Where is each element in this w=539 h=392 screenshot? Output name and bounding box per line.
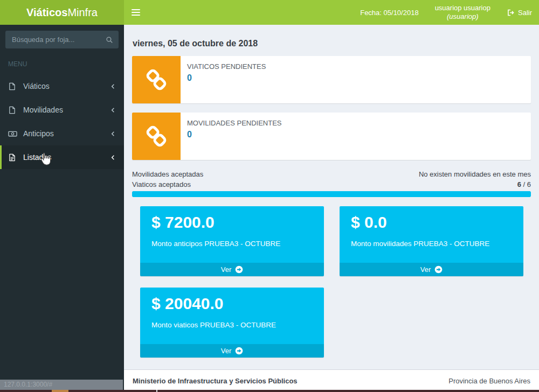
bottom-strip-segment: [52, 390, 68, 392]
search-input[interactable]: [5, 36, 100, 44]
card-description: Monto anticipos PRUEBA3 - OCTUBRE: [151, 240, 313, 248]
search-icon: [106, 36, 113, 44]
view-link-label: Ver: [221, 347, 232, 355]
page-footer: Ministerio de Infraestructura y Servicio…: [124, 369, 539, 392]
card-monto-movilidades: $ 0.0 Monto movilidades PRUEBA3 - OCTUBR…: [340, 206, 523, 276]
footer-ministry: Ministerio de Infraestructura y Servicio…: [133, 377, 298, 385]
chain-link-icon: [132, 113, 181, 160]
angle-left-icon: [110, 131, 116, 137]
card-amount: $ 7200.0: [151, 213, 313, 232]
card-monto-anticipos: $ 7200.0 Monto anticipos PRUEBA3 - OCTUB…: [140, 206, 324, 276]
file-icon: [8, 106, 18, 114]
sidebar-item-anticipos[interactable]: Anticipos: [0, 122, 124, 145]
main-content: viernes, 05 de octubre de 2018 VIATICOS …: [124, 25, 539, 392]
info-box-movilidades-pendientes: MOVILIDADES PENDIENTES 0: [132, 113, 531, 160]
bottom-strip-segment: [156, 390, 157, 392]
angle-left-icon: [110, 155, 116, 160]
user-fullname: usuariop usuariop: [435, 4, 490, 12]
angle-left-icon: [110, 107, 116, 113]
arrow-circle-right-icon: [235, 265, 243, 274]
info-box-value: 0: [187, 130, 282, 139]
sidebar-item-label: Movilidades: [23, 106, 63, 114]
card-description: Monto movilidades PRUEBA3 - OCTUBRE: [351, 240, 512, 248]
menu-section-header: MENU: [0, 53, 124, 74]
app-logo[interactable]: ViáticosMinfra: [0, 0, 124, 25]
hamburger-icon: [132, 15, 140, 16]
sidebar-item-label: Listados: [23, 153, 51, 162]
progress-label: Movilidades aceptadas: [132, 169, 203, 179]
card-view-link[interactable]: Ver: [340, 263, 523, 276]
logout-button[interactable]: Salir: [507, 9, 532, 17]
card-monto-viaticos: $ 20040.0 Monto viaticos PRUEBA3 - OCTUB…: [140, 288, 324, 358]
file-icon: [8, 82, 18, 90]
file-text-icon: [8, 153, 18, 162]
arrow-circle-right-icon: [434, 265, 443, 274]
progress-bar-fill: [132, 191, 531, 197]
card-view-link[interactable]: Ver: [140, 344, 324, 358]
sidebar-search: [5, 31, 119, 48]
progress-row-movilidades: Movilidades aceptadas No existen movilid…: [132, 169, 531, 179]
card-amount: $ 0.0: [351, 213, 512, 232]
view-link-label: Ver: [420, 265, 431, 274]
footer-province: Provincia de Buenos Aires: [448, 377, 530, 385]
progress-status: No existen movilidades en este mes: [419, 169, 531, 179]
progress-row-viaticos: Viaticos aceptados 6 / 6: [132, 179, 531, 190]
info-box-value: 0: [187, 73, 266, 83]
brand-light: Minfra: [67, 6, 98, 19]
hamburger-icon: [132, 9, 140, 10]
sidebar-item-listados[interactable]: Listados: [0, 145, 124, 169]
search-button[interactable]: [100, 31, 119, 48]
sidebar: MENU Viáticos Movilidades: [0, 25, 124, 392]
user-username: (usuariop): [435, 12, 490, 21]
card-description: Monto viaticos PRUEBA3 - OCTUBRE: [151, 321, 313, 329]
top-navbar: ViáticosMinfra Fecha: 05/10/2018 usuario…: [0, 0, 539, 25]
info-box-viaticos-pendientes: VIATICOS PENDIENTES 0: [132, 56, 531, 103]
sidebar-item-viaticos[interactable]: Viáticos: [0, 74, 124, 98]
sidebar-menu: Viáticos Movilidades: [0, 74, 124, 169]
navbar-bar: Fecha: 05/10/2018 usuariop usuariop (usu…: [124, 0, 539, 25]
progress-label: Viaticos aceptados: [132, 179, 191, 190]
current-date-label: Fecha: 05/10/2018: [360, 9, 418, 17]
info-box-label: VIATICOS PENDIENTES: [187, 62, 266, 71]
navbar-right: Fecha: 05/10/2018 usuariop usuariop (usu…: [360, 4, 539, 21]
info-box-label: MOVILIDADES PENDIENTES: [187, 119, 282, 127]
angle-left-icon: [110, 83, 116, 89]
browser-status-bar: 127.0.0.1:3000/#: [0, 380, 123, 390]
chain-link-icon: [132, 56, 181, 103]
card-view-link[interactable]: Ver: [140, 263, 324, 276]
logout-label: Salir: [518, 9, 532, 17]
money-icon: [8, 130, 18, 138]
sidebar-toggle-button[interactable]: [124, 0, 148, 25]
summary-cards: $ 7200.0 Monto anticipos PRUEBA3 - OCTUB…: [140, 206, 531, 358]
hamburger-icon: [132, 12, 140, 13]
brand-bold: Viáticos: [26, 6, 67, 19]
progress-section: Movilidades aceptadas No existen movilid…: [132, 169, 531, 197]
view-link-label: Ver: [221, 265, 232, 274]
sign-out-icon: [507, 9, 515, 17]
sidebar-item-label: Viáticos: [23, 82, 50, 90]
sidebar-item-movilidades[interactable]: Movilidades: [0, 98, 124, 122]
sidebar-item-label: Anticipos: [23, 129, 54, 138]
arrow-circle-right-icon: [235, 347, 243, 355]
progress-bar-track: [132, 191, 531, 197]
page-title: viernes, 05 de octubre de 2018: [133, 39, 530, 48]
user-menu[interactable]: usuariop usuariop (usuariop): [435, 4, 490, 21]
bottom-edge-strip: [0, 390, 539, 392]
card-amount: $ 20040.0: [151, 295, 313, 313]
progress-status: 6 / 6: [517, 179, 531, 190]
